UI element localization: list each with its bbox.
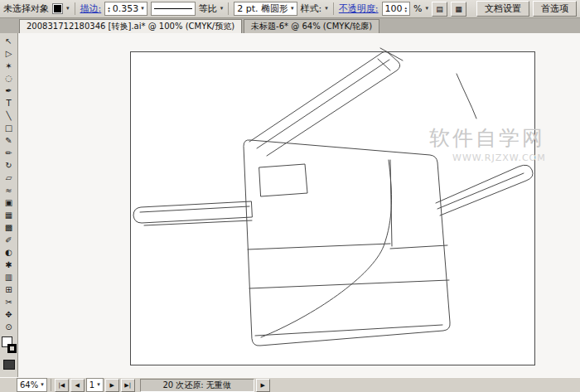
selection-status: 未选择对象	[3, 2, 49, 15]
document-tab-inactive[interactable]: 未标题-6* @ 64% (CMYK/轮廓)	[244, 19, 379, 33]
brush-value[interactable]: 2 pt. 椭圆形	[237, 2, 288, 15]
eyedropper-tool-icon[interactable]: ✐	[2, 234, 17, 246]
separator	[51, 379, 51, 391]
direct-selection-tool-icon[interactable]: ▷	[2, 47, 17, 60]
sketch-right-tray-inner-path	[437, 173, 524, 209]
spinner-down-icon[interactable]: ▾	[108, 9, 110, 12]
sketch-hline2-path	[390, 245, 447, 249]
fill-stroke-indicator[interactable]	[2, 336, 17, 353]
status-bar: 64% ▾ |◀ ◀ 1 ▾ ▶ ▶| 20 次还原: 无重做 ▶	[0, 377, 580, 392]
sketch-front-curve-path	[261, 160, 392, 337]
separator	[75, 2, 75, 15]
last-page-button[interactable]: ▶|	[121, 379, 135, 392]
rotate-tool-icon[interactable]: ↻	[2, 159, 17, 172]
chevron-down-icon[interactable]: ▾	[220, 6, 224, 12]
tools-panel: ↖ ▷ ✶ ◌ ✒ T ╲ □ ✎ ✏ ↻ ▱ ≈ ▣ ▦ ▩ ✐ ◐ ✱ ▥ …	[0, 33, 18, 377]
rectangle-tool-icon[interactable]: □	[2, 122, 17, 134]
screen-mode-button[interactable]	[3, 360, 15, 370]
sketch-feeder-inner-path	[257, 60, 389, 148]
sketch-left-tray-lower-path	[144, 220, 252, 225]
sketch-body-path	[244, 140, 450, 346]
opacity-spinner[interactable]: ▴ ▾	[405, 6, 408, 12]
pen-tool-icon[interactable]: ✒	[2, 85, 17, 97]
graph-tool-icon[interactable]: ▥	[2, 271, 17, 283]
stroke-weight-spinner[interactable]: ▴ ▾	[108, 6, 110, 12]
hand-tool-icon[interactable]: ✥	[2, 308, 17, 321]
scale-tool-icon[interactable]: ▱	[2, 172, 17, 184]
slice-tool-icon[interactable]: ✂	[2, 296, 17, 308]
next-page-button[interactable]: ▶	[105, 379, 119, 392]
lasso-tool-icon[interactable]: ◌	[2, 72, 17, 85]
sketch-panel-rect-path	[259, 164, 307, 196]
document-setup-button[interactable]: 文档设置	[476, 1, 529, 17]
zoom-select[interactable]: 64% ▾	[17, 378, 47, 392]
stroke-weight-value[interactable]: 0.353	[113, 3, 139, 14]
printer-outline-sketch	[18, 33, 580, 377]
chevron-down-icon[interactable]: ▾	[325, 6, 328, 12]
page-number-value[interactable]: 1	[89, 380, 94, 390]
sketch-feeder-cap-path	[380, 48, 403, 60]
graphic-styles-panel-icon[interactable]: ▦	[451, 2, 466, 17]
blend-tool-icon[interactable]: ◐	[2, 246, 17, 259]
canvas-area[interactable]: 软件自学网 WWW.RJZXW.COM	[18, 33, 580, 377]
undo-status: 20 次还原: 无重做	[140, 379, 254, 392]
pencil-tool-icon[interactable]: ✏	[2, 147, 17, 159]
stroke-profile-select[interactable]	[151, 2, 196, 16]
width-tool-icon[interactable]: ≈	[2, 184, 17, 196]
opacity-value[interactable]: 100	[385, 3, 403, 14]
chevron-down-icon[interactable]: ▾	[66, 6, 70, 12]
selection-tool-icon[interactable]: ↖	[2, 35, 17, 47]
artboard-tool-icon[interactable]: ⊞	[2, 283, 17, 296]
preferences-button[interactable]: 首选项	[533, 1, 577, 17]
chevron-down-icon[interactable]: ▾	[41, 382, 44, 388]
sketch-left-tray-inner-path	[140, 206, 249, 212]
first-page-button[interactable]: |◀	[55, 379, 69, 392]
sketch-bottom-inner-path	[255, 325, 442, 336]
appearance-panel-icon[interactable]: ▤	[432, 2, 447, 17]
stroke-profile-line-icon	[154, 8, 192, 9]
stroke-swatch[interactable]	[7, 344, 17, 353]
sketch-right-tray-outer-path	[436, 165, 533, 215]
spinner-down-icon[interactable]: ▾	[405, 9, 408, 12]
paintbrush-tool-icon[interactable]: ✎	[2, 134, 17, 147]
sketch-hline3-path	[249, 280, 449, 288]
free-transform-tool-icon[interactable]: ▣	[2, 196, 17, 209]
gradient-tool-icon[interactable]: ▩	[2, 221, 17, 234]
sketch-stray-line-path	[457, 74, 476, 119]
chevron-down-icon[interactable]: ▾	[291, 6, 294, 12]
status-menu-button[interactable]: ▶	[256, 379, 270, 392]
chevron-down-icon[interactable]: ▾	[97, 382, 100, 388]
style-label: 样式:	[301, 2, 322, 15]
opacity-input[interactable]: 100 ▴ ▾	[382, 2, 411, 16]
document-tab-active[interactable]: 200831712180346 [转换].ai* @ 100% (CMYK/预览…	[19, 19, 242, 33]
separator	[333, 2, 334, 15]
prev-page-button[interactable]: ◀	[70, 379, 85, 392]
zoom-tool-icon[interactable]: ⊙	[2, 321, 17, 333]
type-tool-icon[interactable]: T	[2, 97, 17, 109]
chevron-down-icon[interactable]: ▾	[141, 6, 144, 12]
sketch-hline1-path	[248, 244, 390, 249]
document-tab-bar: 200831712180346 [转换].ai* @ 100% (CMYK/预览…	[0, 18, 580, 33]
opacity-unit-label: %	[413, 3, 422, 14]
opacity-link[interactable]: 不透明度:	[339, 2, 379, 15]
symbol-sprayer-tool-icon[interactable]: ✱	[2, 259, 17, 271]
chevron-down-icon[interactable]: ▾	[426, 6, 429, 12]
brush-select[interactable]: 2 pt. 椭圆形 ▾	[234, 2, 297, 16]
color-swatch[interactable]	[52, 3, 63, 14]
control-bar: 未选择对象 ▾ 描边: ▴ ▾ 0.353 ▾ 等比 ▾ 2 pt. 椭圆形 ▾…	[0, 0, 580, 18]
line-segment-tool-icon[interactable]: ╲	[2, 109, 17, 122]
magic-wand-tool-icon[interactable]: ✶	[2, 60, 17, 72]
stroke-weight-input[interactable]: ▴ ▾ 0.353 ▾	[104, 2, 147, 16]
sketch-left-tray-outer-path	[133, 201, 252, 223]
page-number-input[interactable]: 1 ▾	[86, 378, 104, 392]
profile-label: 等比	[199, 2, 217, 15]
stroke-link[interactable]: 描边:	[80, 2, 102, 15]
mesh-tool-icon[interactable]: ▦	[2, 209, 17, 221]
separator	[228, 2, 229, 15]
zoom-value[interactable]: 64%	[20, 380, 38, 390]
